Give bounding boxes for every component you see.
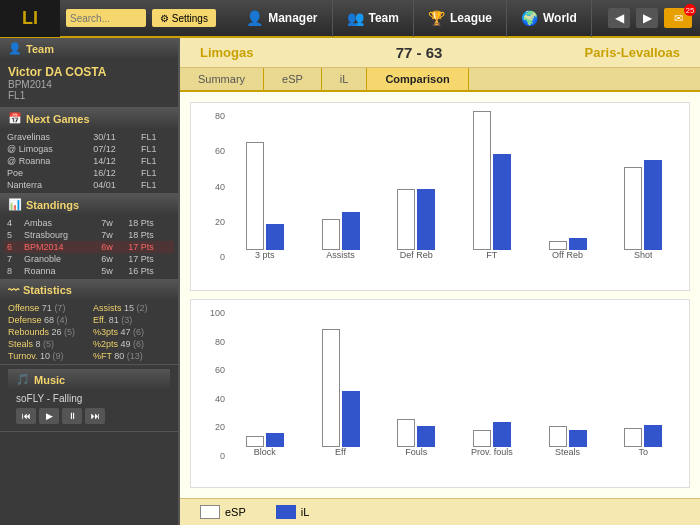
- music-next[interactable]: ⏭: [85, 408, 105, 424]
- main-content: Limogas 77 - 63 Paris-Levalloas Summary …: [180, 38, 700, 525]
- bar-group-label: 3 pts: [255, 250, 275, 264]
- legend-il-label: iL: [301, 506, 310, 518]
- bar-esp: [397, 189, 415, 250]
- next-game-row[interactable]: Nanterra04/01FL1: [4, 179, 174, 191]
- bar-group-label: Assists: [326, 250, 355, 264]
- chart1: 80 60 40 20 0 3 ptsAssistsDef RebFTOff R…: [190, 102, 690, 291]
- bar-esp: [322, 219, 340, 250]
- tab-comparison[interactable]: Comparison: [367, 68, 468, 90]
- chart1-y-axis: 80 60 40 20 0: [199, 111, 227, 262]
- score-header: Limogas 77 - 63 Paris-Levalloas: [180, 38, 700, 68]
- legend-il-box: [276, 505, 296, 519]
- bar-group: Shot: [605, 111, 681, 264]
- league-icon: 🏆: [428, 10, 445, 26]
- bar-il: [644, 425, 662, 447]
- stat-item: %2pts 49 (6): [89, 338, 174, 350]
- y-label: 100: [210, 308, 225, 318]
- mail-button[interactable]: ✉ 25: [664, 8, 692, 28]
- music-info: soFLY - Falling ⏮ ▶ ⏸ ⏭: [8, 390, 170, 427]
- back-button[interactable]: ◀: [608, 8, 630, 28]
- music-label: Music: [34, 374, 65, 386]
- legend-esp: eSP: [200, 505, 246, 519]
- team-left: Limogas: [200, 45, 253, 60]
- stat-item: Offense 71 (7): [4, 302, 89, 314]
- mail-badge: 25: [684, 4, 696, 16]
- bar-group-label: Fouls: [405, 447, 427, 461]
- next-games-icon: 📅: [8, 112, 22, 125]
- next-games-header: 📅 Next Games: [0, 108, 178, 129]
- standings-row[interactable]: 7Granoble6w17 Pts: [4, 253, 174, 265]
- bar-group-label: Steals: [555, 447, 580, 461]
- charts-area: 80 60 40 20 0 3 ptsAssistsDef RebFTOff R…: [180, 92, 700, 498]
- team-header: 👤 Team: [0, 38, 178, 59]
- music-section: 🎵 Music soFLY - Falling ⏮ ▶ ⏸ ⏭: [0, 365, 178, 432]
- bar-il: [569, 238, 587, 250]
- standings-section: 📊 Standings 4Ambas7w18 Pts5Strasbourg7w1…: [0, 194, 178, 280]
- top-right-icons: ◀ ▶ ✉ 25: [608, 8, 700, 28]
- bar-group-label: Shot: [634, 250, 653, 264]
- stat-item: Turnov. 10 (9): [4, 350, 89, 362]
- bar-group-label: Def Reb: [400, 250, 433, 264]
- bar-group-label: To: [638, 447, 648, 461]
- manager-icon: 👤: [246, 10, 263, 26]
- music-pause[interactable]: ⏸: [62, 408, 82, 424]
- search-input[interactable]: [66, 9, 146, 27]
- bar-esp: [549, 426, 567, 447]
- standings-row[interactable]: 5Strasbourg7w18 Pts: [4, 229, 174, 241]
- nav-league[interactable]: 🏆 League: [414, 0, 507, 37]
- nav-manager[interactable]: 👤 Manager: [232, 0, 332, 37]
- tab-esp[interactable]: eSP: [264, 68, 322, 90]
- bar-il: [266, 433, 284, 447]
- bar-esp: [549, 241, 567, 250]
- chart1-bars-container: 3 ptsAssistsDef RebFTOff RebShot: [227, 111, 681, 264]
- tab-il[interactable]: iL: [322, 68, 368, 90]
- music-play[interactable]: ▶: [39, 408, 59, 424]
- next-games-label: Next Games: [26, 113, 90, 125]
- next-game-row[interactable]: @ Roanna14/12FL1: [4, 155, 174, 167]
- chart2-bars-container: BlockEffFoulsProv. foulsStealsTo: [227, 308, 681, 461]
- standings-row[interactable]: 6BPM20146w17 Pts: [4, 241, 174, 253]
- bar-esp: [473, 430, 491, 447]
- forward-button[interactable]: ▶: [636, 8, 658, 28]
- y-label: 40: [215, 182, 225, 192]
- y-label: 80: [215, 337, 225, 347]
- bar-group: Off Reb: [530, 111, 606, 264]
- stat-item: Steals 8 (5): [4, 338, 89, 350]
- bar-esp: [246, 142, 264, 250]
- legend-esp-box: [200, 505, 220, 519]
- stats-label: Statistics: [23, 284, 72, 296]
- music-prev[interactable]: ⏮: [16, 408, 36, 424]
- stats-header: 〰 Statistics: [0, 280, 178, 300]
- bar-il: [493, 422, 511, 447]
- sidebar: 👤 Team Victor DA COSTA BPM2014 FL1 📅 Nex…: [0, 38, 180, 525]
- tab-summary[interactable]: Summary: [180, 68, 264, 90]
- nav-world[interactable]: 🌍 World: [507, 0, 592, 37]
- y-label: 20: [215, 422, 225, 432]
- nav-items: 👤 Manager 👥 Team 🏆 League 🌍 World: [216, 0, 608, 37]
- standings-list: 4Ambas7w18 Pts5Strasbourg7w18 Pts6BPM201…: [0, 215, 178, 279]
- bar-il: [493, 154, 511, 250]
- team-section: 👤 Team Victor DA COSTA BPM2014 FL1: [0, 38, 178, 108]
- y-label: 0: [220, 252, 225, 262]
- bar-il: [266, 224, 284, 250]
- next-game-row[interactable]: Gravelinas30/11FL1: [4, 131, 174, 143]
- stat-item: Defense 68 (4): [4, 314, 89, 326]
- chart2-y-axis: 100 80 60 40 20 0: [199, 308, 227, 461]
- nav-team[interactable]: 👥 Team: [333, 0, 414, 37]
- standings-row[interactable]: 4Ambas7w18 Pts: [4, 217, 174, 229]
- standings-row[interactable]: 8Roanna5w16 Pts: [4, 265, 174, 277]
- nav-team-label: Team: [369, 11, 399, 25]
- legend-il: iL: [276, 505, 310, 519]
- bar-group: To: [605, 308, 681, 461]
- main-layout: 👤 Team Victor DA COSTA BPM2014 FL1 📅 Nex…: [0, 38, 700, 525]
- bar-esp: [397, 419, 415, 447]
- next-game-row[interactable]: @ Limogas07/12FL1: [4, 143, 174, 155]
- bar-group: 3 pts: [227, 111, 303, 264]
- music-icon: 🎵: [16, 373, 30, 386]
- next-game-row[interactable]: Poe16/12FL1: [4, 167, 174, 179]
- top-nav: LI ⚙ Settings 👤 Manager 👥 Team 🏆 League …: [0, 0, 700, 38]
- bar-esp: [473, 111, 491, 250]
- settings-button[interactable]: ⚙ Settings: [152, 9, 216, 27]
- bar-il: [417, 189, 435, 250]
- team-right: Paris-Levalloas: [585, 45, 680, 60]
